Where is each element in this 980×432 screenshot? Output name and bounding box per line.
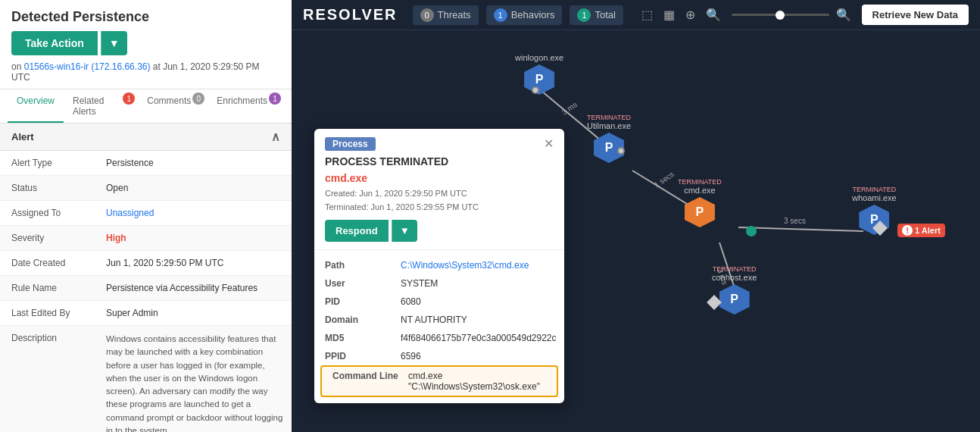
tab-overview[interactable]: Overview (8, 89, 64, 123)
node-whoami-label: TERMINATED whoami.exe (852, 186, 897, 202)
popup-label-command-line: Command Line (332, 371, 408, 392)
svg-line-2 (738, 227, 863, 231)
alert-row-assigned-to: Assigned To Unassigned (0, 201, 292, 226)
take-action-dropdown[interactable]: ▼ (101, 31, 127, 55)
connector-dot-2 (617, 147, 625, 155)
node-utilman[interactable]: TERMINATED Utilman.exe P (587, 114, 631, 163)
chevron-up-icon[interactable]: ∧ (271, 130, 280, 144)
popup-row-path: Path C:\Windows\System32\cmd.exe (314, 256, 564, 274)
total-count: 1 (577, 8, 591, 22)
target-icon[interactable]: ⊕ (682, 5, 698, 25)
take-action-button[interactable]: Take Action (11, 31, 98, 55)
host-prefix: on (11, 61, 21, 72)
total-label: Total (595, 9, 615, 20)
tab-related-alerts-label: Related Alerts (73, 95, 121, 117)
alert-row-status: Status Open (0, 176, 292, 201)
popup-row-ppid: PPID 6596 (314, 347, 564, 365)
host-link[interactable]: 01566s-win16-ir (172.16.66.36) (24, 61, 151, 72)
page-title: Detected Persistence (11, 9, 280, 25)
popup-val-domain: NT AUTHORITY (401, 315, 554, 325)
node-cmd[interactable]: TERMINATED cmd.exe P (678, 178, 722, 227)
alert-value-last-edited-by: Super Admin (98, 301, 292, 325)
toolbar-icons: ⬚ ▦ ⊕ 🔍 (638, 5, 724, 25)
alert-section-header: Alert ∧ (0, 124, 292, 151)
svg-text:1 secs: 1 secs (653, 170, 676, 189)
node-cmd-label: TERMINATED cmd.exe (678, 178, 722, 195)
behaviors-count: 1 (494, 8, 507, 22)
popup-row-user: User SYSTEM (314, 274, 564, 293)
node-conhost[interactable]: TERMINATED conhost.exe P (712, 265, 757, 315)
svg-text:3 secs: 3 secs (784, 217, 806, 225)
popup-close-icon[interactable]: ✕ (544, 136, 554, 151)
popup-label-domain: Domain (325, 315, 401, 325)
popup-dates: Created: Jun 1, 2020 5:29:50 PM UTC Term… (314, 187, 564, 220)
respond-dropdown[interactable]: ▼ (392, 220, 417, 242)
popup-label-path: Path (325, 260, 401, 271)
popup-created: Created: Jun 1, 2020 5:29:50 PM UTC (325, 187, 554, 201)
host-info: on 01566s-win16-ir (172.16.66.36) at Jun… (11, 61, 280, 83)
graph-area[interactable]: 3 ms 1 secs 3 secs 3 ms winlogon.exe P T… (292, 30, 980, 429)
tab-enrichments-label: Enrichments (217, 95, 267, 106)
tab-related-alerts[interactable]: 1 Related Alerts (64, 89, 138, 123)
resolver-logo: RESOLVER (303, 6, 398, 23)
related-alerts-badge: 1 (123, 92, 135, 105)
node-winlogon-label: winlogon.exe (515, 53, 563, 62)
alert-value-status: Open (98, 176, 292, 200)
search-icon[interactable]: 🔍 (703, 5, 724, 25)
popup-process-badge: Process (325, 137, 376, 151)
left-panel: Detected Persistence Take Action ▼ on 01… (0, 0, 292, 432)
alert-value-assigned-to: Unassigned (98, 201, 292, 225)
popup-val-ppid: 6596 (401, 351, 554, 362)
popup-val-command-line: cmd.exe "C:\Windows\System32\osk.exe" (408, 371, 546, 392)
alert-label-date-created: Date Created (0, 251, 98, 275)
threats-badge[interactable]: 0 Threats (413, 5, 479, 25)
popup-label-pid: PID (325, 296, 401, 307)
behaviors-badge[interactable]: 1 Behaviors (486, 5, 563, 25)
popup-cmd-link[interactable]: cmd.exe (314, 172, 564, 187)
popup-val-path: C:\Windows\System32\cmd.exe (401, 260, 554, 271)
zoom-bar: 🔍 (732, 5, 854, 25)
enrichments-badge: 1 (269, 92, 281, 105)
node-conhost-terminated: TERMINATED (712, 265, 757, 273)
layout-icon[interactable]: ⬚ (638, 5, 656, 25)
alert-badge-label: 1 Alert (915, 226, 941, 235)
popup-label-ppid: PPID (325, 351, 401, 362)
popup-respond-row: Respond ▼ (314, 220, 564, 249)
alert-value-severity: High (98, 226, 292, 250)
node-whoami-terminated: TERMINATED (852, 186, 897, 193)
alert-badge[interactable]: 1 Alert (897, 224, 945, 237)
tab-comments-label: Comments (147, 95, 191, 106)
respond-button[interactable]: Respond (325, 220, 389, 242)
popup-data-table: Path C:\Windows\System32\cmd.exe User SY… (314, 250, 564, 403)
node-winlogon[interactable]: winlogon.exe P (515, 53, 563, 95)
popup-row-domain: Domain NT AUTHORITY (314, 311, 564, 329)
zoom-out-icon[interactable]: 🔍 (833, 5, 854, 25)
grid-icon[interactable]: ▦ (660, 5, 678, 25)
path-link[interactable]: C:\Windows\System32\cmd.exe (401, 260, 529, 271)
total-badge[interactable]: 1 Total (570, 5, 623, 25)
tab-comments[interactable]: 0 Comments (138, 89, 208, 123)
tabs-row: Overview 1 Related Alerts 0 Comments 1 E… (0, 89, 292, 124)
popup-row-pid: PID 6080 (314, 293, 564, 311)
alert-row-severity: Severity High (0, 226, 292, 251)
alert-row-description: Description Windows contains accessibili… (0, 326, 292, 432)
alert-value-date-created: Jun 1, 2020 5:29:50 PM UTC (98, 251, 292, 275)
alert-label-severity: Severity (0, 226, 98, 250)
alert-value-description: Windows contains accessibility features … (98, 326, 292, 432)
node-winlogon-shape: P (524, 64, 554, 95)
popup-title: PROCESS TERMINATED (314, 155, 564, 172)
popup-row-command-line: Command Line cmd.exe "C:\Windows\System3… (320, 365, 558, 397)
node-utilman-label: TERMINATED Utilman.exe (587, 114, 631, 130)
popup-val-pid: 6080 (401, 296, 554, 307)
alert-label-rule-name: Rule Name (0, 276, 98, 300)
zoom-slider[interactable] (732, 14, 829, 16)
retrieve-new-data-button[interactable]: Retrieve New Data (862, 5, 969, 25)
zoom-handle (776, 11, 785, 20)
node-cmd-terminated: TERMINATED (678, 178, 722, 186)
popup-val-user: SYSTEM (401, 278, 554, 289)
assigned-to-link[interactable]: Unassigned (106, 208, 154, 218)
alert-label-status: Status (0, 176, 98, 200)
alert-label-description: Description (0, 326, 98, 432)
tab-enrichments[interactable]: 1 Enrichments (208, 89, 284, 123)
alert-label-last-edited-by: Last Edited By (0, 301, 98, 325)
